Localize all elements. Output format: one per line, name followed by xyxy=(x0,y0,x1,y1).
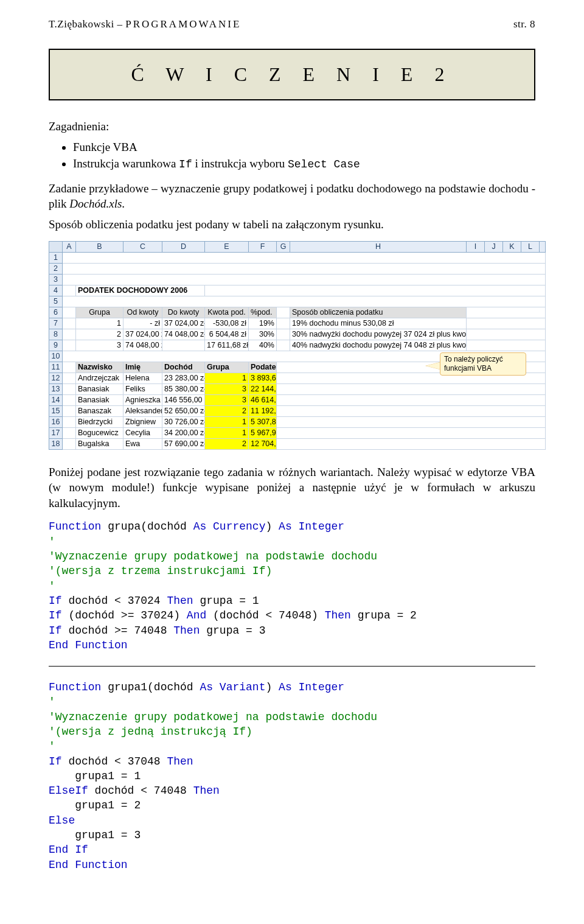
topics-label: Zagadnienia: xyxy=(49,119,535,135)
tax-header-row: 6 Grupa Od kwoty Do kwoty Kwota pod. %po… xyxy=(49,307,546,318)
callout-box: To należy policzyć funkcjami VBA xyxy=(440,352,526,376)
spreadsheet-screenshot: AB CD EF GH IJ KL 1 2 3 4PODATEK DOCHODO… xyxy=(49,241,535,450)
method-paragraph: Sposób obliczenia podatku jest podany w … xyxy=(49,217,535,233)
tax-row: 9 3 74 048,00 zł 17 611,68 zł 40% 40% na… xyxy=(49,340,546,351)
header-author: T.Ziębakowski – xyxy=(49,18,125,30)
list-item: Instrukcja warunkowa If i instrukcja wyb… xyxy=(73,156,535,172)
divider xyxy=(49,666,535,667)
tax-row: 7 1 - zł 37 024,00 zł -530,08 zł 19% 19%… xyxy=(49,318,546,329)
people-row: 14 BanasiakAgnieszka 146 556,00 zł 3 46 … xyxy=(49,394,546,405)
task-paragraph: Zadanie przykładowe – wyznaczenie grupy … xyxy=(49,181,535,212)
exercise-title-box: Ć W I C Z E N I E 2 xyxy=(49,49,535,100)
code-block-1: Function grupa(dochód As Currency) As In… xyxy=(49,519,535,653)
people-row: 17 BogucewiczCecylia 34 200,00 zł 1 5 96… xyxy=(49,427,546,438)
tax-row: 8 2 37 024,00 zł 74 048,00 zł 6 504,48 z… xyxy=(49,329,546,340)
exercise-title: Ć W I C Z E N I E 2 xyxy=(131,63,453,85)
page-header: T.Ziębakowski – PROGRAMOWANIE str. 8 xyxy=(49,18,535,30)
header-title: PROGRAMOWANIE xyxy=(125,18,241,30)
topics-list: Funkcje VBA Instrukcja warunkowa If i in… xyxy=(73,139,535,172)
col-header-row: AB CD EF GH IJ KL xyxy=(49,241,546,252)
people-row: 16 BiedrzyckiZbigniew 30 726,00 zł 1 5 3… xyxy=(49,416,546,427)
people-row: 13 BanasiakFeliks 85 380,00 zł 3 22 144,… xyxy=(49,383,546,394)
header-page: str. 8 xyxy=(513,18,535,30)
header-left: T.Ziębakowski – PROGRAMOWANIE xyxy=(49,18,241,30)
explanation-paragraph: Poniżej podane jest rozwiązanie tego zad… xyxy=(49,464,535,511)
people-row: 18 BugalskaEwa 57 690,00 zł 2 12 704,28 … xyxy=(49,438,546,449)
people-row: 15 BanaszakAleksander 52 650,00 zł 2 11 … xyxy=(49,405,546,416)
code-block-2: Function grupa1(dochód As Variant) As In… xyxy=(49,680,535,872)
list-item: Funkcje VBA xyxy=(73,139,535,155)
